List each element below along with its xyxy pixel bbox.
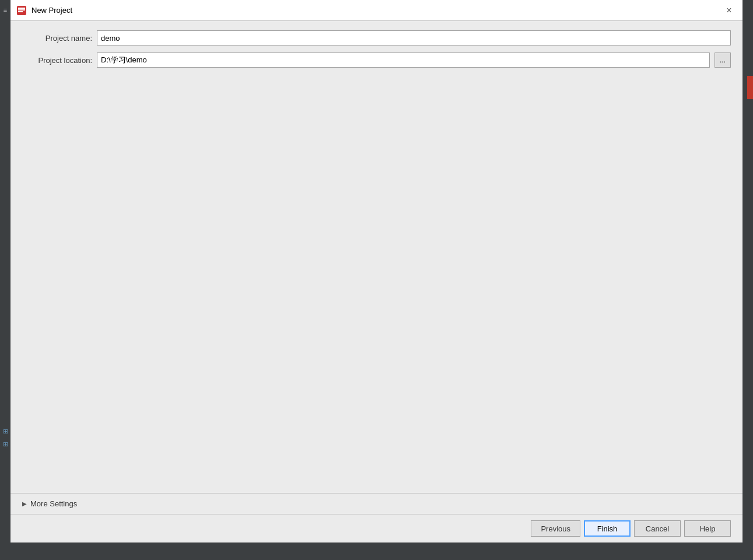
browse-button[interactable]: ... [715,52,731,68]
project-name-row: Project name: [22,30,731,46]
cancel-button[interactable]: Cancel [634,520,681,537]
project-location-label: Project location: [22,56,92,65]
sidebar-icon-1: ≡ [1,6,9,14]
dialog-overlay: New Project × Project name: Project loca… [10,0,743,560]
dialog-title-icon [16,5,27,16]
right-toolbar [743,0,753,560]
new-project-dialog: New Project × Project name: Project loca… [10,0,743,542]
help-button[interactable]: Help [684,520,731,537]
project-location-input[interactable] [97,52,710,68]
dialog-content-area [22,75,731,484]
svg-rect-1 [18,8,25,9]
svg-rect-2 [18,9,25,10]
svg-rect-3 [18,11,23,12]
dialog-body: Project name: Project location: ... [10,21,743,493]
bottom-status-bar [10,542,743,560]
more-settings-expander[interactable]: ▶ More Settings [10,493,743,514]
dialog-close-button[interactable]: × [722,3,737,18]
project-name-label: Project name: [22,34,92,43]
chevron-right-icon: ▶ [22,501,27,507]
dialog-footer: Previous Finish Cancel Help [10,514,743,542]
previous-button[interactable]: Previous [531,520,580,537]
sidebar-icon-2: ⊞ [1,427,9,435]
finish-button[interactable]: Finish [584,520,631,537]
dialog-titlebar: New Project × [10,0,743,21]
more-settings-label: More Settings [30,499,77,508]
sidebar-icon-3: ⊞ [1,440,9,448]
project-name-input[interactable] [97,30,731,46]
right-red-indicator [747,76,753,99]
dialog-title-text: New Project [31,6,722,15]
left-sidebar: ≡ ⊞ ⊞ [0,0,10,560]
project-location-row: Project location: ... [22,52,731,68]
